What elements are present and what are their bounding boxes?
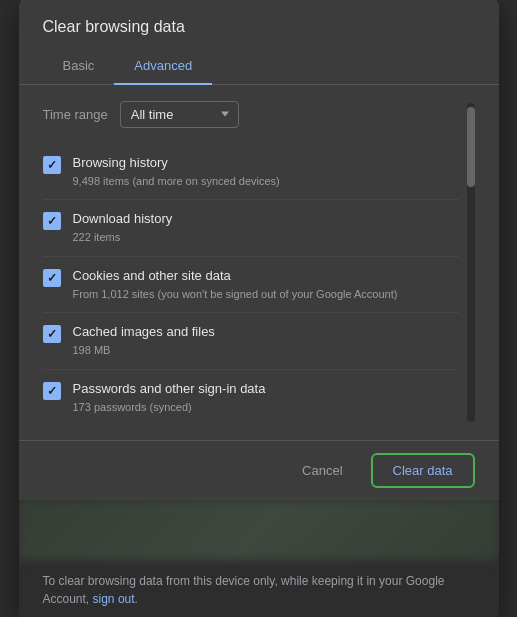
passwords-desc: 173 passwords (synced) xyxy=(73,400,459,415)
cached-images-label: Cached images and files xyxy=(73,323,459,341)
sign-out-link[interactable]: sign out xyxy=(93,592,135,606)
download-history-content: Download history 222 items xyxy=(73,210,459,246)
cookies-checkbox[interactable]: ✓ xyxy=(43,269,61,287)
time-range-select-wrapper: All time Last hour Last 24 hours Last 7 … xyxy=(120,101,239,128)
tab-basic[interactable]: Basic xyxy=(43,48,115,85)
cookies-content: Cookies and other site data From 1,012 s… xyxy=(73,267,459,303)
list-item: ✓ Cached images and files 198 MB xyxy=(43,313,459,370)
checkmark-icon: ✓ xyxy=(47,328,57,340)
footer-text-suffix: . xyxy=(135,592,138,606)
cached-images-content: Cached images and files 198 MB xyxy=(73,323,459,359)
cookies-label: Cookies and other site data xyxy=(73,267,459,285)
cached-images-checkbox[interactable]: ✓ xyxy=(43,325,61,343)
browsing-history-checkbox[interactable]: ✓ xyxy=(43,156,61,174)
tabs-bar: Basic Advanced xyxy=(19,48,499,85)
dialog-footer: Cancel Clear data xyxy=(19,440,499,500)
tab-advanced[interactable]: Advanced xyxy=(114,48,212,85)
browsing-history-content: Browsing history 9,498 items (and more o… xyxy=(73,154,459,190)
list-item: ✓ Cookies and other site data From 1,012… xyxy=(43,257,459,314)
blurred-background xyxy=(19,500,499,560)
cookies-desc: From 1,012 sites (you won't be signed ou… xyxy=(73,287,459,302)
passwords-checkbox[interactable]: ✓ xyxy=(43,382,61,400)
time-range-label: Time range xyxy=(43,107,108,122)
bottom-section: To clear browsing data from this device … xyxy=(19,500,499,618)
browsing-history-label: Browsing history xyxy=(73,154,459,172)
download-history-checkbox[interactable]: ✓ xyxy=(43,212,61,230)
scrollbar-thumb[interactable] xyxy=(467,107,475,187)
clear-data-button[interactable]: Clear data xyxy=(371,453,475,488)
dialog-title: Clear browsing data xyxy=(19,0,499,36)
passwords-content: Passwords and other sign-in data 173 pas… xyxy=(73,380,459,416)
time-range-select[interactable]: All time Last hour Last 24 hours Last 7 … xyxy=(120,101,239,128)
cancel-button[interactable]: Cancel xyxy=(282,455,362,486)
list-item: ✓ Browsing history 9,498 items (and more… xyxy=(43,144,459,201)
time-range-row: Time range All time Last hour Last 24 ho… xyxy=(43,101,459,128)
passwords-label: Passwords and other sign-in data xyxy=(73,380,459,398)
checkmark-icon: ✓ xyxy=(47,272,57,284)
list-item: ✓ Download history 222 items xyxy=(43,200,459,257)
checkmark-icon: ✓ xyxy=(47,385,57,397)
scrollbar-track[interactable] xyxy=(467,103,475,422)
dialog-body: Time range All time Last hour Last 24 ho… xyxy=(19,85,499,440)
cached-images-desc: 198 MB xyxy=(73,343,459,358)
download-history-desc: 222 items xyxy=(73,230,459,245)
checkmark-icon: ✓ xyxy=(47,159,57,171)
list-item: ✓ Passwords and other sign-in data 173 p… xyxy=(43,370,459,424)
footer-info-text: To clear browsing data from this device … xyxy=(19,560,499,618)
checkmark-icon: ✓ xyxy=(47,215,57,227)
download-history-label: Download history xyxy=(73,210,459,228)
clear-browsing-data-dialog: Clear browsing data Basic Advanced Time … xyxy=(19,0,499,617)
dialog-main-content: Time range All time Last hour Last 24 ho… xyxy=(43,101,459,424)
checkbox-list: ✓ Browsing history 9,498 items (and more… xyxy=(43,144,459,424)
browsing-history-desc: 9,498 items (and more on synced devices) xyxy=(73,174,459,189)
